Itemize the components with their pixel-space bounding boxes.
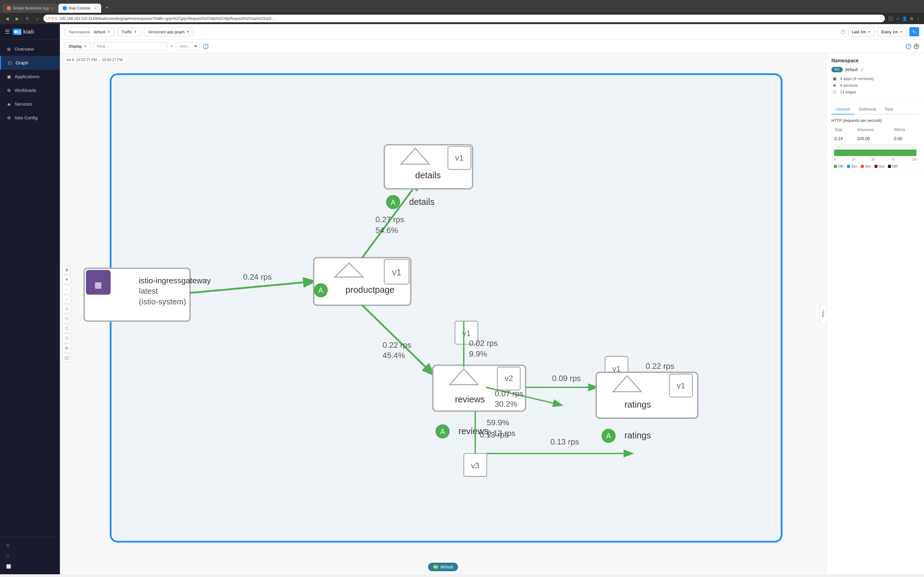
svg-point-0 — [14, 30, 17, 33]
new-tab-button[interactable]: + — [102, 2, 112, 13]
tab-outbound[interactable]: Outbound — [855, 105, 880, 114]
tracing-icon: ◎ — [6, 543, 10, 547]
svg-text:0.13 rps: 0.13 rps — [487, 429, 515, 438]
layout4-button[interactable]: ⬡ — [62, 334, 71, 343]
svg-text:v1: v1 — [677, 381, 685, 390]
sidebar-bottom-tracing[interactable]: ◎ — [0, 540, 60, 550]
last-time-dropdown[interactable]: Last 1m ▼ — [848, 27, 875, 36]
find-input[interactable] — [94, 42, 167, 50]
settings-icon[interactable]: ⚙ — [909, 16, 914, 21]
hide-select[interactable]: Hide... — [176, 42, 200, 50]
sidebar-item-graph[interactable]: ⬡ Graph — [0, 56, 60, 69]
display-dropdown[interactable]: Display ▼ — [65, 42, 91, 50]
tab-total[interactable]: Total — [880, 105, 897, 114]
svg-text:▦: ▦ — [94, 280, 102, 289]
tab-bookstore-close[interactable]: ✕ — [51, 6, 53, 10]
back-button[interactable]: ◀ — [4, 16, 11, 22]
tab-bookstore[interactable]: Simple Bookstore App ✕ — [2, 4, 58, 13]
sidebar-item-services[interactable]: ◈ Services — [0, 97, 60, 111]
layout2-button[interactable]: ⬡ — [62, 314, 71, 323]
legend-ok: OK — [834, 164, 843, 169]
layout3-button[interactable]: ⬡ — [62, 324, 71, 333]
stat-apps: ▣ 4 apps (6 versions) — [832, 76, 919, 81]
help-icon[interactable]: ? — [906, 44, 911, 49]
val-total: 0.24 — [832, 135, 854, 142]
reload-button[interactable]: ↻ — [24, 16, 31, 22]
namespace-dropdown[interactable]: Namespace: default ▼ — [65, 27, 114, 36]
tab-kiali-close[interactable]: ✕ — [94, 6, 97, 10]
sidebar-header: ☰ kiali — [0, 24, 60, 40]
graph-svg: ▦ istio-ingressgateway latest (istio-sys… — [72, 65, 820, 568]
graph-icon: ⬡ — [7, 60, 13, 65]
stat-edges-label: 11 edges — [840, 90, 856, 94]
profile-icon[interactable]: 👤 — [902, 16, 907, 21]
settings-gear-icon[interactable]: ⚙ — [914, 44, 919, 49]
svg-text:30.2%: 30.2% — [495, 399, 517, 408]
kiali-logo: kiali — [13, 29, 34, 35]
graph-type-dropdown[interactable]: Versioned app graph ▼ — [144, 27, 194, 36]
stats-grid: ▣ 4 apps (6 versions) ◈ 4 services ⬡ 11 … — [832, 76, 919, 94]
svg-text:0.07 rps: 0.07 rps — [495, 389, 523, 398]
url-box[interactable]: 不安全 192.168.153.102:31430/kiali/console/… — [44, 15, 885, 22]
sidebar-item-workloads[interactable]: ⚙ Workloads — [0, 83, 60, 97]
sidebar-bottom-map[interactable]: ⬜ — [0, 561, 60, 572]
hamburger-button[interactable]: ☰ — [5, 28, 10, 35]
axis-0: 0 — [834, 158, 836, 161]
sidebar-item-applications[interactable]: ▣ Applications — [0, 69, 60, 83]
zoom-out2-button[interactable]: → — [62, 295, 71, 303]
bookstore-favicon — [7, 6, 11, 10]
stat-edges: ⬡ 11 edges — [832, 89, 919, 94]
namespace-graph-button[interactable]: ◎ — [62, 344, 71, 352]
legend-nr-label: NR — [892, 164, 897, 169]
display-chevron-icon: ▼ — [84, 45, 87, 48]
menu-icon[interactable]: ⋮ — [916, 16, 920, 21]
info-icon[interactable]: i — [203, 44, 208, 49]
ns-row: NS default ✓ — [832, 66, 919, 73]
svg-text:productpage: productpage — [346, 285, 395, 295]
zoom-in-button[interactable]: ✕ — [62, 276, 71, 284]
app: ☰ kiali ⊞ Overview ⬡ Graph ▣ Application… — [0, 24, 924, 574]
kiali-logo-icon — [13, 29, 21, 35]
svg-text:A: A — [318, 286, 323, 294]
legend-button[interactable]: ⬜ — [62, 353, 71, 362]
tab-kiali[interactable]: Kiali Console ✕ — [58, 4, 101, 13]
legend-4xx: 4xx — [861, 164, 871, 169]
find-chevron-icon: ▼ — [170, 45, 173, 48]
right-panel: Namespace NS default ✓ ▣ 4 apps (6 versi… — [826, 53, 924, 574]
refresh-interval-dropdown[interactable]: Every 1m ▼ — [877, 27, 907, 36]
refresh-button[interactable]: ↻ — [909, 27, 919, 36]
bookmark-icon[interactable]: ☆ — [896, 16, 900, 21]
tab-bookstore-label: Simple Bookstore App — [13, 6, 49, 10]
fit-graph-button[interactable]: ⊕ — [62, 266, 71, 274]
address-bar: ◀ ▶ ↻ ⌂ 不安全 192.168.153.102:31430/kiali/… — [0, 13, 924, 24]
layout-button[interactable]: ⬡ — [62, 305, 71, 313]
sidebar-bottom-mesh[interactable]: ⬡ — [0, 550, 60, 561]
overview-icon: ⊞ — [6, 47, 11, 52]
extensions-icon[interactable]: ⬛ — [888, 16, 893, 21]
tab-inbound[interactable]: Inbound — [832, 105, 855, 114]
svg-text:0.27 rps: 0.27 rps — [376, 215, 404, 224]
svg-text:0.22 rps: 0.22 rps — [646, 361, 674, 371]
last-time-chevron-icon: ▼ — [868, 30, 871, 34]
svg-text:0.13 rps: 0.13 rps — [550, 437, 579, 446]
last-time-label: Last 1m — [852, 30, 866, 34]
zoom-out-button[interactable]: → — [62, 285, 71, 294]
sidebar-item-graph-label: Graph — [16, 60, 28, 65]
col-total-header: Total — [832, 126, 854, 134]
stat-services-label: 4 services — [840, 83, 858, 88]
sidebar-item-overview[interactable]: ⊞ Overview — [0, 42, 60, 56]
svg-text:0.24 rps: 0.24 rps — [243, 272, 271, 282]
forward-button[interactable]: ▶ — [14, 16, 21, 22]
legend-3xx-label: 3xx — [851, 164, 857, 169]
sidebar-item-applications-label: Applications — [15, 74, 39, 79]
sidebar-item-istio-config[interactable]: ⚙ Istio Config — [0, 111, 60, 124]
namespace-label: Namespace: — [69, 30, 91, 34]
map-icon: ⬜ — [6, 564, 11, 569]
istio-icon: ⚙ — [6, 115, 11, 120]
svg-point-1 — [17, 30, 20, 33]
traffic-dropdown[interactable]: Traffic ▼ — [117, 27, 141, 36]
legend-ok-dot — [834, 165, 837, 168]
home-button[interactable]: ⌂ — [34, 16, 40, 22]
browser-toolbar-icons: ⬛ ☆ 👤 ⚙ ⋮ — [888, 16, 920, 21]
hide-panel-button[interactable]: Hide — [820, 304, 826, 324]
